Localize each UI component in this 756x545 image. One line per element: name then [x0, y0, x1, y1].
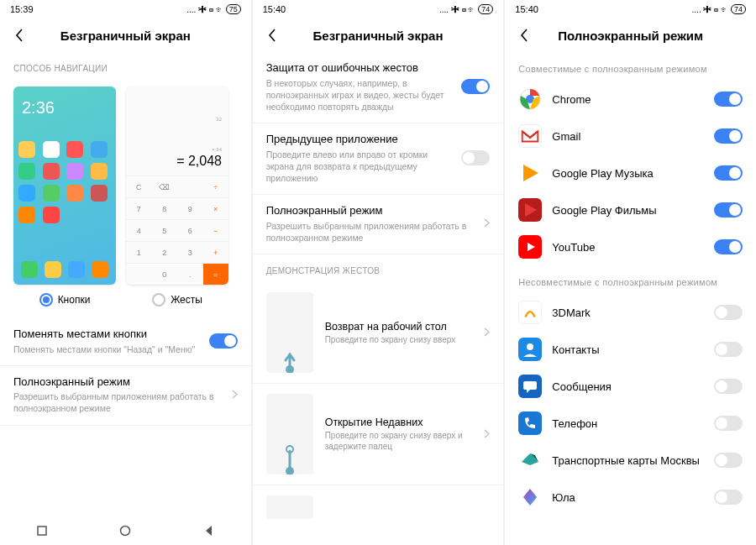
radio-gestures[interactable]	[152, 293, 165, 307]
app-row-gmail[interactable]: Gmail	[505, 118, 756, 155]
gesture1-desc: Проведите по экрану снизу вверх	[325, 334, 473, 345]
3dmark-icon	[518, 301, 542, 324]
transport-icon	[518, 448, 542, 472]
row-swap-buttons[interactable]: Поменять местами кнопки Поменять местами…	[0, 318, 251, 366]
app-name: Google Play Музыка	[552, 167, 704, 180]
gesture-partial[interactable]	[253, 485, 504, 529]
back-nav-icon[interactable]	[202, 524, 216, 537]
calc-result: = 2,048	[133, 154, 222, 169]
fullscreen-title2: Полноэкранный режим	[266, 203, 476, 218]
app-name: Телефон	[552, 417, 704, 430]
toggle-phone[interactable]	[714, 416, 743, 431]
toggle-youtube[interactable]	[714, 239, 743, 254]
app-row-contacts[interactable]: Контакты	[505, 331, 756, 368]
system-navbar	[0, 516, 251, 545]
svg-rect-8	[523, 381, 537, 390]
playmusic-icon	[518, 161, 542, 185]
page-title: Безграничный экран	[265, 29, 492, 43]
row-protect-gestures[interactable]: Защита от ошибочных жестов В некоторых с…	[253, 52, 504, 123]
thumb-date	[23, 118, 111, 123]
toggle-swap[interactable]	[209, 333, 238, 348]
home-icon[interactable]	[118, 524, 132, 537]
gmail-icon	[518, 124, 542, 148]
contacts-icon	[518, 338, 542, 361]
app-name: Сообщения	[552, 380, 704, 393]
app-name: Контакты	[552, 343, 704, 356]
toggle-playmusic[interactable]	[714, 165, 743, 181]
thumbnail-calculator: 32 × 64 = 2,048 C⌫÷ 789× 456− 123+ 0.=	[126, 86, 228, 285]
app-row-messages[interactable]: Сообщения	[505, 368, 756, 405]
chevron-right-icon	[484, 216, 490, 231]
header: Полноэкранный режим	[505, 18, 756, 52]
header: Безграничный экран	[0, 18, 251, 52]
calc-op1: 32	[133, 117, 222, 122]
toggle-transport[interactable]	[714, 453, 743, 468]
nav-options: 2:36 ▪●◂ Кнопки	[0, 80, 251, 318]
toggle-prev[interactable]	[461, 150, 490, 165]
yula-icon	[518, 485, 542, 509]
row-fullscreen-mode[interactable]: Полноэкранный режим Разрешить выбранным …	[0, 366, 251, 426]
app-name: Транспортные карты Москвы	[552, 454, 704, 467]
phone-icon	[518, 411, 542, 435]
app-row-playmusic[interactable]: Google Play Музыка	[505, 155, 756, 191]
panel-fullscreen-apps: 15:40 .... ✱ ⌧ ᯤ 74 Полноэкранный режим …	[505, 0, 756, 545]
app-name: Юла	[552, 491, 704, 504]
chevron-right-icon	[484, 325, 490, 340]
app-row-playmovies[interactable]: Google Play Фильмы	[505, 191, 756, 228]
chrome-icon	[518, 87, 542, 111]
messages-icon	[518, 375, 542, 398]
fullscreen-title: Полноэкранный режим	[13, 375, 223, 390]
panel-nav-type: 15:39 .... ✱ ⌧ ᯤ 75 Безграничный экран С…	[0, 0, 251, 545]
app-row-yula[interactable]: Юла	[505, 479, 756, 516]
status-icons: .... ✱ ⌧ ᯤ 75	[186, 4, 240, 14]
section-incompat: Несовместимые с полноэкранным режимом	[505, 265, 756, 294]
app-name: 3DMark	[552, 307, 704, 319]
chevron-right-icon	[232, 387, 238, 402]
svg-point-2	[286, 365, 294, 373]
app-row-3dmark[interactable]: 3DMark	[505, 294, 756, 331]
playmovies-icon	[518, 198, 542, 222]
gesture-thumb-home	[266, 292, 313, 373]
prev-desc: Проведите влево или вправо от кромки экр…	[266, 149, 454, 185]
row-fullscreen-mode[interactable]: Полноэкранный режим Разрешить выбранным …	[253, 195, 504, 254]
panel-gestures: 15:40 .... ✱ ⌧ ᯤ 74 Безграничный экран З…	[253, 0, 504, 545]
swap-desc: Поменять местами кнопки "Назад" и "Меню"	[13, 343, 201, 355]
gesture2-desc: Проведите по экрану снизу вверх и задерж…	[325, 430, 473, 452]
statusbar: 15:40 .... ✱ ⌧ ᯤ 74	[505, 0, 756, 18]
toggle-yula[interactable]	[714, 490, 743, 505]
toggle-3dmark[interactable]	[714, 305, 743, 320]
toggle-contacts[interactable]	[714, 342, 743, 357]
nav-option-buttons[interactable]: 2:36 ▪●◂ Кнопки	[13, 86, 116, 307]
section-compat: Совместимые с полноэкранным режимом	[505, 52, 756, 81]
radio-label-gestures: Жесты	[171, 294, 202, 306]
status-icons: .... ✱ ⌧ ᯤ 74	[692, 4, 746, 14]
toggle-messages[interactable]	[714, 379, 743, 394]
gesture-recents[interactable]: Открытие Недавних Проведите по экрану сн…	[253, 384, 504, 485]
app-name: YouTube	[552, 241, 704, 254]
gesture-thumb-recents	[266, 394, 313, 474]
app-name: Google Play Фильмы	[552, 204, 704, 217]
protect-desc: В некоторых случаях, например, в полноэк…	[266, 77, 454, 113]
fullscreen-desc2: Разрешить выбранным приложениям работать…	[266, 220, 476, 244]
recents-icon[interactable]	[35, 524, 49, 537]
toggle-protect[interactable]	[461, 79, 490, 94]
statusbar: 15:40 .... ✱ ⌧ ᯤ 74	[253, 0, 504, 18]
row-prev-app[interactable]: Предыдущее приложение Проведите влево ил…	[253, 123, 504, 195]
app-name: Chrome	[552, 93, 704, 106]
app-row-phone[interactable]: Телефон	[505, 405, 756, 442]
toggle-gmail[interactable]	[714, 128, 743, 144]
app-row-youtube[interactable]: YouTube	[505, 228, 756, 265]
app-row-chrome[interactable]: Chrome	[505, 81, 756, 118]
gesture2-title: Открытие Недавних	[325, 417, 473, 428]
clock: 15:40	[515, 4, 538, 14]
app-row-transport[interactable]: Транспортные карты Москвы	[505, 442, 756, 479]
toggle-chrome[interactable]	[714, 92, 743, 107]
gesture-home[interactable]: Возврат на рабочий стол Проведите по экр…	[253, 282, 504, 384]
toggle-playmovies[interactable]	[714, 202, 743, 217]
nav-option-gestures[interactable]: 32 × 64 = 2,048 C⌫÷ 789× 456− 123+ 0.= Ж…	[126, 86, 228, 307]
section-label-demo: ДЕМОНСТРАЦИЯ ЖЕСТОВ	[253, 254, 504, 282]
section-label-nav: СПОСОБ НАВИГАЦИИ	[0, 52, 251, 80]
svg-point-1	[121, 527, 130, 536]
svg-point-4	[286, 467, 294, 474]
radio-buttons[interactable]	[39, 293, 53, 307]
